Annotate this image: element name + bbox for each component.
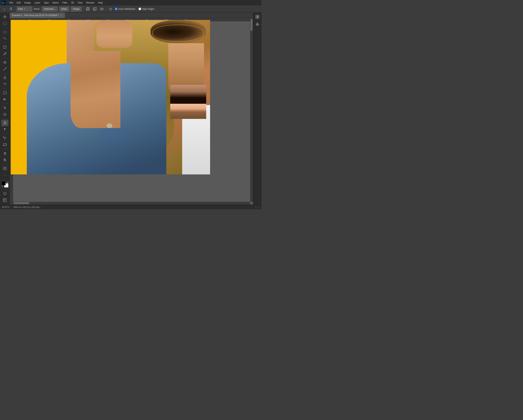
eyedropper-tool[interactable] [1,51,8,57]
shape-button[interactable]: Shape [71,7,82,12]
blur-tool[interactable] [1,105,8,111]
svg-rect-78 [258,17,259,18]
dodge-tool[interactable] [1,111,8,117]
more-icon: ··· [3,173,6,177]
pen-tool[interactable] [1,120,8,126]
foreground-color-swatch[interactable] [1,181,6,185]
make-label: Make: [34,8,40,10]
horizontal-scroll-thumb[interactable] [14,202,29,204]
status-expand-arrow[interactable]: › [41,206,42,208]
mask-button[interactable]: Mask [59,7,69,12]
menu-bar: Ps File Edit Image Layer Type Select Fil… [0,0,262,6]
menu-edit[interactable]: Edit [15,1,22,5]
more-tools[interactable]: ··· [1,172,8,178]
swap-colors-icon[interactable]: ⇄ [7,181,8,183]
dropdown-arrow-icon: ▾ [24,8,25,10]
path-selection-tool[interactable] [1,135,8,141]
history-brush-tool[interactable] [1,81,8,87]
svg-rect-34 [4,199,5,201]
svg-point-22 [4,113,6,115]
horizontal-scrollbar[interactable] [10,202,250,205]
shirt-button [106,124,113,128]
mouth-beard [170,85,206,119]
right-panel [253,13,262,205]
svg-text:Ps: Ps [2,2,5,4]
auto-add-delete-area: Auto Add/Delete [115,8,135,10]
eraser-tool[interactable] [1,89,8,96]
document-tab[interactable]: Example 1 - Path Done.psd @ 59.7% (RGB/8… [10,13,65,18]
align-edges-area: Align Edges [139,8,154,10]
panel-icon-1[interactable] [254,14,261,20]
magic-wand-tool[interactable] [1,36,8,42]
hand-tool[interactable] [1,150,8,156]
close-tab-button[interactable]: × [60,14,63,16]
menu-type[interactable]: Type [42,1,50,5]
nav-right-icon[interactable]: › [259,206,260,209]
menu-image[interactable]: Image [23,1,32,5]
canvas-container: Example 1 - Path Done.psd @ 59.7% (RGB/8… [10,13,253,205]
color-swatches: ⇄ ⊕ [1,181,8,187]
svg-point-24 [3,136,4,137]
type-tool[interactable]: T [1,126,8,133]
marquee-tool[interactable] [1,20,8,27]
tool-mode-dropdown[interactable]: Path ▾ [16,7,32,12]
svg-point-8 [100,8,102,10]
notes-tool[interactable] [1,165,8,172]
subtract-icon[interactable] [92,6,98,12]
screen-mode[interactable] [1,197,8,203]
svg-rect-76 [258,15,259,16]
align-distribute-icon[interactable] [99,6,105,12]
crop-tool[interactable] [1,44,8,50]
main-area: T [0,13,262,205]
new-layer-icon[interactable] [85,6,90,12]
svg-rect-3 [86,8,89,10]
menu-help[interactable]: Help [96,1,104,5]
rectangle-tool[interactable] [1,141,8,148]
reset-colors-icon[interactable]: ⊕ [1,186,3,188]
move-tool[interactable] [1,14,8,20]
svg-line-32 [4,193,6,195]
vertical-scroll-thumb[interactable] [251,19,253,31]
menu-3d[interactable]: 3D [69,1,75,5]
zoom-tool[interactable] [1,157,8,163]
settings-icon[interactable] [108,6,113,12]
arm-foreground [71,51,120,128]
fingers [97,20,132,48]
align-edges-label: Align Edges [142,8,154,10]
quick-mask-mode[interactable] [1,190,8,197]
svg-rect-75 [256,15,257,16]
menu-select[interactable]: Select [51,1,60,5]
photo-background [11,20,210,174]
menu-view[interactable]: View [76,1,84,5]
menu-layer[interactable]: Layer [33,1,42,5]
brush-tool[interactable] [1,66,8,72]
selection-button[interactable]: Selection... [42,7,58,12]
svg-rect-14 [4,46,6,48]
align-edges-checkbox[interactable] [139,8,141,10]
svg-rect-4 [87,8,89,10]
healing-tool[interactable] [1,59,8,65]
menu-file[interactable]: File [8,1,15,5]
auto-add-delete-checkbox[interactable] [115,8,117,10]
svg-point-20 [4,107,6,109]
home-button[interactable]: ⌂ [1,6,7,12]
gradient-tool[interactable] [1,96,8,102]
pen-tool-options-icon [8,7,13,11]
clone-stamp-tool[interactable] [1,74,8,81]
svg-rect-11 [4,22,6,25]
lasso-tool[interactable] [1,29,8,35]
canvas-viewport[interactable]: 0 100 200 300 400 500 600 700 800 900 [10,18,253,205]
panel-icon-2[interactable] [254,21,261,27]
left-toolbar: T [0,13,10,205]
document-title: Example 1 - Path Done.psd @ 59.7% (RGB/8… [12,14,59,16]
menu-filter[interactable]: Filter [61,1,69,5]
shirt-pocket [100,128,124,144]
svg-rect-77 [256,17,257,18]
svg-point-21 [4,107,6,108]
menu-window[interactable]: Window [85,1,96,5]
vertical-scrollbar[interactable] [250,18,253,202]
sunglasses-frame [152,25,204,42]
options-bar: ⌂ Path ▾ Make: Selection... Mask Shape [0,6,262,13]
type-icon: T [4,128,6,132]
nav-left-icon[interactable]: ‹ [255,206,256,209]
